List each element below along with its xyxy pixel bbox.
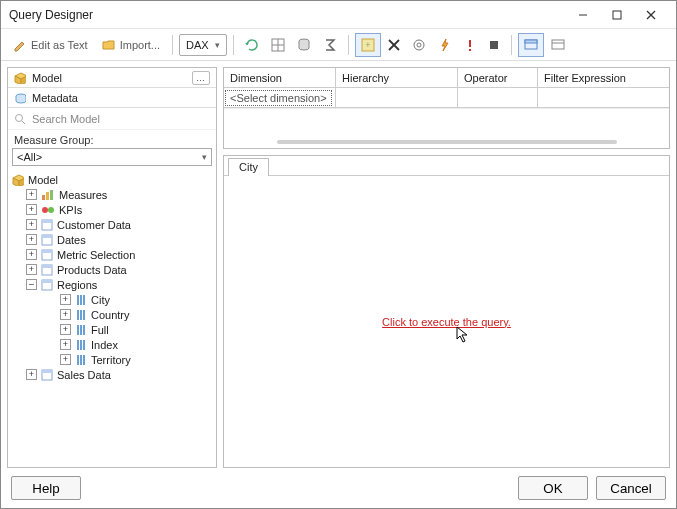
grid-icon (270, 37, 286, 53)
results-tab-city[interactable]: City (228, 158, 269, 176)
collapse-icon[interactable]: – (26, 279, 37, 290)
filter-operator-cell[interactable] (458, 88, 538, 108)
tree-node-products-data[interactable]: + Products Data (8, 262, 216, 277)
design-mode-button[interactable] (518, 33, 544, 57)
folder-open-icon (102, 38, 116, 52)
expand-icon[interactable]: + (60, 354, 71, 365)
tree-label: Customer Data (57, 219, 131, 231)
cursor-icon (455, 326, 471, 344)
toggle-empty-cells-button[interactable] (266, 33, 290, 57)
tree-node-model[interactable]: Model (8, 172, 216, 187)
lightning-icon (437, 37, 453, 53)
toolbar-separator (348, 35, 349, 55)
toolbar: Edit as Text Import... DAX ▾ + (1, 29, 676, 61)
import-button[interactable]: Import... (96, 33, 166, 57)
expand-icon[interactable]: + (60, 324, 71, 335)
expand-icon[interactable]: + (26, 204, 37, 215)
minimize-button[interactable] (566, 4, 600, 26)
measure-group-label: Measure Group: (8, 130, 216, 148)
tree-node-measures[interactable]: + Measures (8, 187, 216, 202)
cancel-query-button[interactable] (483, 33, 505, 57)
edit-as-text-label: Edit as Text (31, 39, 88, 51)
model-browse-button[interactable]: … (192, 71, 210, 85)
tab-model[interactable]: Model … (8, 68, 216, 88)
cancel-button[interactable]: Cancel (596, 476, 666, 500)
table-icon (41, 264, 53, 276)
tree-node-territory[interactable]: + Territory (8, 352, 216, 367)
expand-icon[interactable]: + (26, 369, 37, 380)
maximize-button[interactable] (600, 4, 634, 26)
tree-label: Products Data (57, 264, 127, 276)
svg-rect-49 (80, 340, 82, 350)
ok-button[interactable]: OK (518, 476, 588, 500)
delete-button[interactable] (383, 33, 405, 57)
search-model-input[interactable]: Search Model (8, 108, 216, 130)
col-hierarchy[interactable]: Hierarchy (336, 68, 458, 88)
tab-metadata[interactable]: Metadata (8, 88, 216, 108)
tree-label: Full (91, 324, 109, 336)
tree-node-customer-data[interactable]: + Customer Data (8, 217, 216, 232)
expand-icon[interactable]: + (60, 339, 71, 350)
database-icon (296, 37, 312, 53)
tree-node-country[interactable]: + Country (8, 307, 216, 322)
prepare-query-button[interactable] (433, 33, 457, 57)
column-icon (75, 324, 87, 336)
table-icon (41, 249, 53, 261)
filter-hierarchy-cell[interactable] (336, 88, 458, 108)
expand-icon[interactable]: + (26, 264, 37, 275)
add-calculated-member-button[interactable]: + (355, 33, 381, 57)
svg-rect-40 (80, 295, 82, 305)
filter-expression-cell[interactable] (538, 88, 669, 108)
tree-node-metric-selection[interactable]: + Metric Selection (8, 247, 216, 262)
svg-rect-39 (77, 295, 79, 305)
tree-label: Model (28, 174, 58, 186)
svg-rect-50 (83, 340, 85, 350)
auto-execute-button[interactable] (292, 33, 316, 57)
query-language-value: DAX (186, 39, 209, 51)
expand-icon[interactable]: + (26, 219, 37, 230)
tree-node-city[interactable]: + City (8, 292, 216, 307)
design-surface: Dimension Hierarchy Operator Filter Expr… (223, 67, 670, 468)
execute-query-link[interactable]: Click to execute the query. (382, 316, 511, 328)
measures-icon (41, 189, 55, 201)
measure-group-select[interactable]: <All> ▾ (12, 148, 212, 166)
col-dimension[interactable]: Dimension (224, 68, 336, 88)
help-button[interactable]: Help (11, 476, 81, 500)
expand-icon[interactable]: + (60, 309, 71, 320)
close-button[interactable] (634, 4, 668, 26)
calc-member-icon: + (360, 37, 376, 53)
tree-label: Country (91, 309, 130, 321)
expand-icon[interactable]: + (60, 294, 71, 305)
edit-as-text-button[interactable]: Edit as Text (7, 33, 94, 57)
tree-node-kpis[interactable]: + KPIs (8, 202, 216, 217)
expand-icon[interactable]: + (26, 249, 37, 260)
search-icon (14, 113, 26, 125)
svg-rect-16 (490, 41, 498, 49)
run-query-button[interactable] (459, 33, 481, 57)
tree-node-regions[interactable]: – Regions (8, 277, 216, 292)
query-language-select[interactable]: DAX ▾ (179, 34, 227, 56)
tree-node-full[interactable]: + Full (8, 322, 216, 337)
query-parameters-button[interactable] (407, 33, 431, 57)
design-mode-icon (523, 37, 539, 53)
chevron-down-icon: ▾ (215, 40, 220, 50)
show-aggregations-button[interactable] (318, 33, 342, 57)
col-operator[interactable]: Operator (458, 68, 538, 88)
svg-rect-47 (83, 325, 85, 335)
pencil-icon (13, 38, 27, 52)
filter-grid-scrollbar[interactable] (224, 136, 669, 148)
expand-icon[interactable]: + (26, 234, 37, 245)
tree-node-sales-data[interactable]: + Sales Data (8, 367, 216, 382)
stop-icon (487, 38, 501, 52)
refresh-fields-button[interactable] (240, 33, 264, 57)
query-mode-button[interactable] (546, 33, 570, 57)
filter-dimension-cell[interactable]: <Select dimension> (224, 88, 336, 108)
filter-grid: Dimension Hierarchy Operator Filter Expr… (223, 67, 670, 149)
tree-node-index[interactable]: + Index (8, 337, 216, 352)
table-icon (41, 234, 53, 246)
tree-node-dates[interactable]: + Dates (8, 232, 216, 247)
svg-rect-55 (42, 370, 52, 373)
col-filter-expression[interactable]: Filter Expression (538, 68, 669, 88)
toolbar-separator (511, 35, 512, 55)
expand-icon[interactable]: + (26, 189, 37, 200)
